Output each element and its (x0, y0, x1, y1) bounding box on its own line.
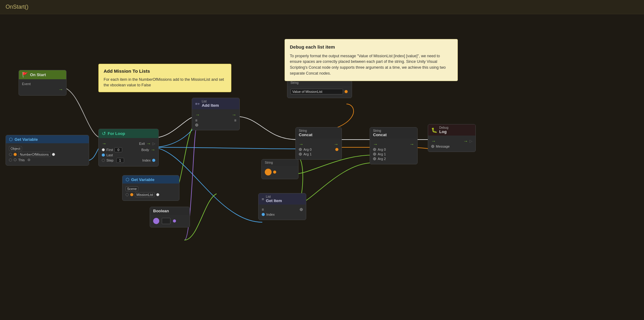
concat1-sub: String (299, 129, 312, 132)
forloop-exit-label: Exit (139, 142, 145, 145)
forloop-body-label: Body (141, 148, 149, 152)
list-getitem-index-label: Index (266, 213, 275, 216)
page-title: OnStart() (6, 4, 28, 10)
list-additem-exec-out: → (232, 112, 236, 117)
concat2-title: Concat (373, 132, 387, 137)
getvariable-scene-out-port (156, 193, 159, 196)
list-getitem-list-out (300, 208, 303, 211)
list-getitem-title: Get Item (266, 198, 282, 203)
list-getitem-sub: List (266, 195, 282, 198)
debug-log-sub: Debug (439, 126, 448, 129)
getvariable-obj-var[interactable]: NumberOfMissions (18, 152, 50, 157)
forloop-first-input[interactable] (114, 147, 122, 152)
forloop-first-label: First (106, 148, 113, 152)
getvariable-scene-node: ⬡ Get Variable Scene MissionList (122, 175, 179, 201)
getvar-scene-icon: ⬡ (126, 177, 129, 182)
forloop-index-port (152, 159, 155, 162)
forloop-step-label: Step (106, 158, 114, 162)
getvar-icon: ⬡ (9, 137, 13, 142)
string-val-sub: String (290, 81, 298, 84)
boolean-title: Boolean (153, 209, 169, 213)
list-additem-title: Add Item (202, 103, 219, 108)
getvariable-scene-in-port (126, 193, 129, 196)
list-getitem-node: ≡ List Get Item ≡ Index (258, 193, 306, 220)
forloop-title: For Loop (108, 131, 125, 136)
concat1-exec-in: → (299, 141, 303, 147)
concat2-header: String Concat (370, 128, 417, 139)
concat2-arg2-label: Arg 2 (378, 157, 386, 161)
flag-icon: 🚩 (22, 72, 28, 78)
debug-exec-out: → (463, 138, 468, 144)
forloop-index-label: Index (142, 158, 151, 162)
concat2-arg2-in (373, 157, 376, 160)
onstart-exec-out: → (58, 87, 63, 92)
onstart-node: 🚩 On Start Event → (19, 70, 67, 96)
forloop-step-input[interactable] (116, 158, 124, 163)
getvariable-obj-out-port (52, 153, 55, 156)
getvariable-scene-var[interactable]: MissionList (135, 192, 155, 197)
string-blank-header: String (262, 159, 298, 166)
concat2-exec-out: → (410, 141, 414, 147)
forloop-step-in (102, 159, 105, 162)
list-additem-node: ≡+ List Add Item → → ≡ ≡ (192, 98, 240, 130)
onstart-sub-label: Event (22, 82, 31, 86)
debug-exec-tri: ▷ (470, 139, 472, 143)
debug-log-header: 🐛 Debug Log (428, 124, 475, 136)
concat2-arg1-in (373, 153, 376, 156)
list-additem-sub: List (202, 100, 219, 103)
add-mission-note-title: Add Mission To Lists (104, 68, 226, 75)
list-getitem-index-port (262, 213, 265, 216)
list-getitem-icon: ≡ (262, 197, 264, 201)
getvariable-obj-in-port (9, 153, 12, 156)
forloop-in-port (102, 148, 105, 151)
concat1-arg0-out (335, 148, 338, 151)
concat1-arg1-in (299, 153, 302, 156)
forloop-exit-tri: ▷ (152, 141, 155, 146)
concat1-node: String Concat → → Arg 0 Arg 1 (295, 127, 342, 160)
debug-msg-label: Message (436, 145, 450, 148)
list-getitem-list-icon: ≡ (262, 207, 264, 212)
getvariable-obj-type[interactable]: Object (9, 146, 22, 151)
forloop-icon: ↺ (102, 131, 106, 136)
debug-note: Debug each list item To properly format … (285, 39, 458, 81)
list-additem-header: ≡+ List Add Item (192, 98, 239, 109)
string-blank-node: String (261, 159, 298, 179)
string-blank-sub: String (265, 161, 273, 164)
forloop-last-port (102, 154, 105, 157)
getvariable-scene-title: Get Variable (131, 177, 154, 182)
boolean-value[interactable] (162, 218, 170, 224)
concat1-header: String Concat (296, 128, 341, 139)
getvariable-obj-orange-port (14, 153, 17, 156)
list-additem-list-icon-in: ≡ (195, 118, 197, 123)
debug-note-title: Debug each list item (290, 44, 453, 51)
add-mission-note: Add Mission To Lists For each item in th… (98, 64, 231, 92)
onstart-header: 🚩 On Start (19, 70, 66, 79)
getvariable-scene-header: ⬡ Get Variable (122, 175, 179, 184)
list-additem-icon: ≡+ (195, 102, 200, 106)
debug-note-body: To properly format the output message "V… (290, 53, 453, 76)
boolean-port (153, 218, 159, 224)
string-blank-port-in (265, 169, 272, 175)
list-additem-list-icon-out: ≡ (234, 118, 236, 123)
getvariable-obj-node: ⬡ Get Variable Object NumberOfMissions ⬡… (6, 135, 89, 166)
string-val-node: String (287, 79, 352, 98)
concat2-arg0-in (373, 148, 376, 151)
getvariable-scene-type[interactable]: Scene (126, 186, 138, 191)
string-val-input[interactable] (290, 89, 343, 94)
concat1-title: Concat (299, 132, 312, 137)
debug-log-title: Log (439, 129, 447, 134)
string-blank-port-out (273, 171, 276, 174)
forloop-header: ↺ For Loop (99, 129, 158, 138)
getvariable-obj-this-target: ⊙ (28, 158, 30, 162)
concat1-arg0-in (299, 148, 302, 151)
getvariable-obj-this-port (9, 158, 12, 162)
list-additem-exec-in: → (195, 112, 200, 117)
concat1-arg1-label: Arg 1 (303, 152, 311, 156)
getvariable-scene-orange-port (130, 193, 133, 196)
getvariable-obj-this-icon: ⬡ (14, 158, 17, 162)
concat2-node: String Concat → → Arg 0 Arg 1 Arg 2 (370, 127, 418, 164)
forloop-exit-port: → (146, 141, 151, 146)
forloop-last-label: Last (106, 153, 113, 157)
concat1-arg0-label: Arg 0 (303, 148, 311, 151)
boolean-header: Boolean (150, 207, 190, 215)
